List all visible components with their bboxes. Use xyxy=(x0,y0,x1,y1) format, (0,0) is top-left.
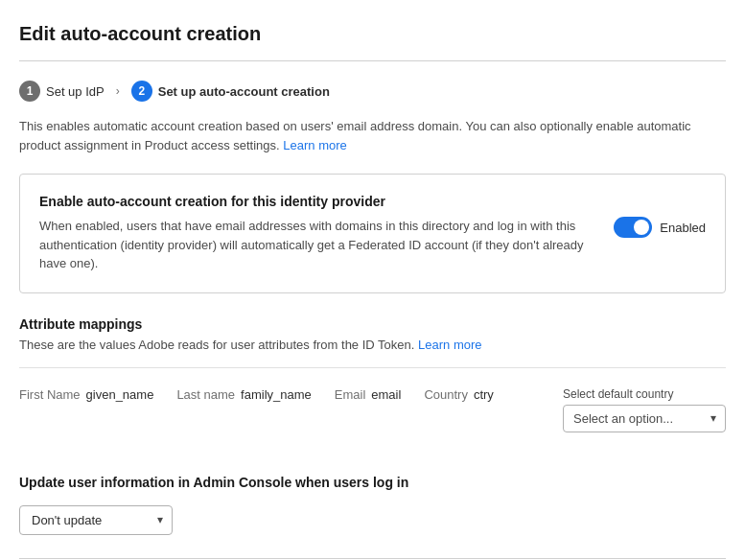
intro-text: This enables automatic account creation … xyxy=(19,117,726,154)
attribute-row-wrapper: First Namegiven_nameLast namefamily_name… xyxy=(19,387,726,432)
attribute-field-label: Last name xyxy=(176,387,235,402)
intro-learn-more-link[interactable]: Learn more xyxy=(283,138,346,152)
country-select-wrapper: Select an option... xyxy=(563,405,726,432)
country-select-label: Select default country xyxy=(563,387,726,401)
attribute-mappings-section: Attribute mappings These are the values … xyxy=(19,316,726,452)
toggle-thumb xyxy=(634,220,649,235)
step-arrow: › xyxy=(116,84,120,98)
attribute-field: First Namegiven_name xyxy=(19,387,153,402)
attribute-mappings-desc: These are the values Adobe reads for use… xyxy=(19,338,726,352)
title-divider xyxy=(19,60,726,61)
country-select[interactable]: Select an option... xyxy=(563,405,726,432)
stepper: 1 Set up IdP › 2 Set up auto-account cre… xyxy=(19,81,726,102)
enable-card-body: When enabled, users that have email addr… xyxy=(39,217,706,273)
attribute-field-label: Country xyxy=(424,387,468,402)
attribute-mappings-title: Attribute mappings xyxy=(19,316,726,332)
attribute-field-value: email xyxy=(371,387,401,402)
update-select-wrapper: Don't updateUpdate xyxy=(19,505,173,535)
toggle-label: Enabled xyxy=(660,221,706,235)
attribute-divider xyxy=(19,367,726,368)
attribute-field-label: Email xyxy=(335,387,366,402)
update-section: Update user information in Admin Console… xyxy=(19,475,726,535)
attribute-learn-more-link[interactable]: Learn more xyxy=(418,338,481,352)
attribute-fields: First Namegiven_nameLast namefamily_name… xyxy=(19,387,524,402)
step-2-circle: 2 xyxy=(131,81,152,102)
toggle-container: Enabled xyxy=(614,217,706,238)
page-title: Edit auto-account creation xyxy=(19,23,726,45)
enable-card: Enable auto-account creation for this id… xyxy=(19,174,726,293)
toggle-track xyxy=(614,217,652,238)
attribute-field-value: given_name xyxy=(86,387,154,402)
attribute-field-value: family_name xyxy=(241,387,312,402)
enable-toggle[interactable] xyxy=(614,217,652,238)
update-select[interactable]: Don't updateUpdate xyxy=(19,505,173,535)
enable-card-description: When enabled, users that have email addr… xyxy=(39,217,595,273)
enable-card-header: Enable auto-account creation for this id… xyxy=(39,194,706,209)
attribute-field: Countryctry xyxy=(424,387,493,402)
attribute-field-label: First Name xyxy=(19,387,81,402)
step-1-circle: 1 xyxy=(19,81,40,102)
step-1: 1 Set up IdP xyxy=(19,81,105,102)
attribute-field-value: ctry xyxy=(474,387,494,402)
step-2: 2 Set up auto-account creation xyxy=(131,81,330,102)
country-select-group: Select default country Select an option.… xyxy=(563,387,726,432)
step-1-label: Set up IdP xyxy=(46,84,105,99)
attribute-field: Last namefamily_name xyxy=(176,387,311,402)
update-section-title: Update user information in Admin Console… xyxy=(19,475,726,490)
attribute-field: Emailemail xyxy=(335,387,402,402)
step-2-label: Set up auto-account creation xyxy=(158,84,330,99)
